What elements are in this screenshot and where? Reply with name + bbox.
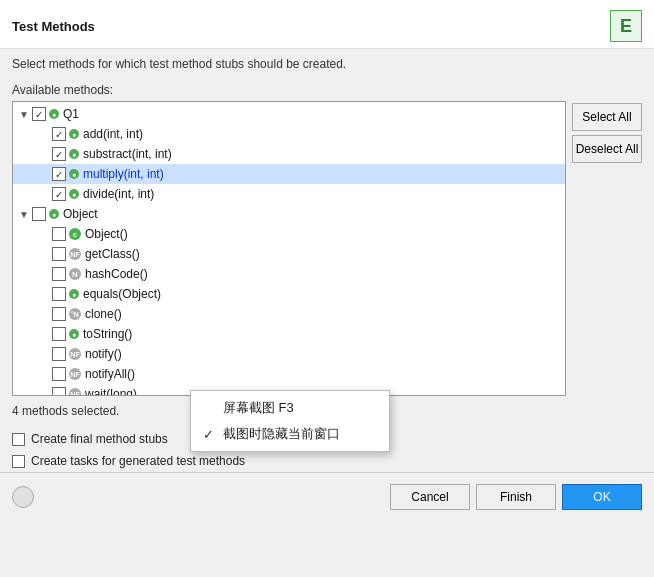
- label-final: Create final method stubs: [31, 432, 168, 446]
- checkbox-tasks[interactable]: [12, 455, 25, 468]
- dialog-icon: E: [610, 10, 642, 42]
- checkbox-equals[interactable]: [52, 287, 66, 301]
- checkbox-q1[interactable]: ✓: [32, 107, 46, 121]
- test-methods-dialog: Test Methods E Select methods for which …: [0, 0, 654, 520]
- checkbox-tostring[interactable]: [52, 327, 66, 341]
- label-q1: Q1: [63, 107, 79, 121]
- context-menu[interactable]: 屏幕截图 F3 ✓ 截图时隐藏当前窗口: [190, 390, 390, 452]
- label-tostring: toString(): [83, 327, 132, 341]
- label-divide: divide(int, int): [83, 187, 154, 201]
- spacer: [37, 187, 51, 201]
- label-equals: equals(Object): [83, 287, 161, 301]
- green-dot-tostring: ●: [69, 329, 79, 339]
- badge-n-clone: °N: [69, 308, 81, 320]
- tree-row[interactable]: ✓ ● divide(int, int): [13, 184, 565, 204]
- spacer: [37, 127, 51, 141]
- label-multiply: multiply(int, int): [83, 167, 164, 181]
- check-mark-icon: ✓: [203, 427, 217, 442]
- spacer: [37, 347, 51, 361]
- spacer: [37, 147, 51, 161]
- button-panel: Select All Deselect All: [572, 101, 642, 396]
- checkbox-divide[interactable]: ✓: [52, 187, 66, 201]
- green-dot-object: ●: [49, 209, 59, 219]
- spacer: [37, 327, 51, 341]
- finish-button[interactable]: Finish: [476, 484, 556, 510]
- spacer: [37, 227, 51, 241]
- tree-container[interactable]: ▼ ✓ ● Q1 ✓ ● add(int, int) ✓ ●: [12, 101, 566, 396]
- label-tasks: Create tasks for generated test methods: [31, 454, 245, 468]
- green-dot-substract: ●: [69, 149, 79, 159]
- badge-nf-wait: NF: [69, 388, 81, 395]
- checkbox-clone[interactable]: [52, 307, 66, 321]
- cancel-button[interactable]: Cancel: [390, 484, 470, 510]
- tree-inner[interactable]: ▼ ✓ ● Q1 ✓ ● add(int, int) ✓ ●: [13, 102, 565, 395]
- checkbox-multiply[interactable]: ✓: [52, 167, 66, 181]
- checkbox-wait[interactable]: [52, 387, 66, 395]
- checkbox-final[interactable]: [12, 433, 25, 446]
- spacer: [37, 167, 51, 181]
- label-object: Object: [63, 207, 98, 221]
- badge-nf-notify: NF: [69, 348, 81, 360]
- tree-row[interactable]: NF notifyAll(): [13, 364, 565, 384]
- checkbox-substract[interactable]: ✓: [52, 147, 66, 161]
- label-wait: wait(long): [85, 387, 137, 395]
- tree-row[interactable]: ✓ ● multiply(int, int): [13, 164, 565, 184]
- checkbox-row-tasks[interactable]: Create tasks for generated test methods: [12, 450, 642, 472]
- tree-row[interactable]: ▼ ● Object: [13, 204, 565, 224]
- checkbox-notify[interactable]: [52, 347, 66, 361]
- dialog-header: Test Methods E: [0, 0, 654, 49]
- expand-arrow[interactable]: ▼: [17, 107, 31, 121]
- select-all-button[interactable]: Select All: [572, 103, 642, 131]
- main-content: ▼ ✓ ● Q1 ✓ ● add(int, int) ✓ ●: [0, 101, 654, 396]
- spacer: [37, 247, 51, 261]
- dialog-title: Test Methods: [12, 19, 95, 34]
- tree-row[interactable]: °N clone(): [13, 304, 565, 324]
- label-objectc: Object(): [85, 227, 128, 241]
- badge-c-object: c: [69, 228, 81, 240]
- label-clone: clone(): [85, 307, 122, 321]
- dialog-subtitle: Select methods for which test method stu…: [0, 49, 654, 79]
- spacer: [37, 367, 51, 381]
- tree-row[interactable]: ● equals(Object): [13, 284, 565, 304]
- green-dot-q1: ●: [49, 109, 59, 119]
- label-getclass: getClass(): [85, 247, 140, 261]
- bottom-buttons: Cancel Finish OK: [390, 484, 642, 510]
- checkbox-getclass[interactable]: [52, 247, 66, 261]
- bottom-bar: Cancel Finish OK: [0, 472, 654, 520]
- tree-row[interactable]: c Object(): [13, 224, 565, 244]
- tree-row[interactable]: NF getClass(): [13, 244, 565, 264]
- tree-row[interactable]: ▼ ✓ ● Q1: [13, 104, 565, 124]
- expand-arrow-object[interactable]: ▼: [17, 207, 31, 221]
- context-menu-item-screenshot[interactable]: 屏幕截图 F3: [191, 395, 389, 421]
- bottom-circle-icon: [12, 486, 34, 508]
- spacer: [37, 267, 51, 281]
- green-dot-multiply: ●: [69, 169, 79, 179]
- checkbox-object[interactable]: [32, 207, 46, 221]
- spacer: [37, 287, 51, 301]
- label-notify: notify(): [85, 347, 122, 361]
- checkbox-add[interactable]: ✓: [52, 127, 66, 141]
- badge-nf-getclass: NF: [69, 248, 81, 260]
- bottom-left: [12, 486, 34, 508]
- tree-row[interactable]: NF notify(): [13, 344, 565, 364]
- green-dot-equals: ●: [69, 289, 79, 299]
- label-screenshot: 屏幕截图 F3: [223, 399, 294, 417]
- label-hide: 截图时隐藏当前窗口: [223, 425, 340, 443]
- badge-n-hashcode: N: [69, 268, 81, 280]
- label-hashcode: hashCode(): [85, 267, 148, 281]
- green-dot-divide: ●: [69, 189, 79, 199]
- ok-button[interactable]: OK: [562, 484, 642, 510]
- tree-row[interactable]: ✓ ● add(int, int): [13, 124, 565, 144]
- badge-nf-notifyall: NF: [69, 368, 81, 380]
- checkbox-objectc[interactable]: [52, 227, 66, 241]
- spacer: [37, 387, 51, 395]
- context-menu-item-hide[interactable]: ✓ 截图时隐藏当前窗口: [191, 421, 389, 447]
- label-notifyall: notifyAll(): [85, 367, 135, 381]
- checkbox-notifyall[interactable]: [52, 367, 66, 381]
- available-methods-label: Available methods:: [0, 79, 654, 101]
- tree-row[interactable]: N hashCode(): [13, 264, 565, 284]
- deselect-all-button[interactable]: Deselect All: [572, 135, 642, 163]
- tree-row[interactable]: ✓ ● substract(int, int): [13, 144, 565, 164]
- tree-row[interactable]: ● toString(): [13, 324, 565, 344]
- checkbox-hashcode[interactable]: [52, 267, 66, 281]
